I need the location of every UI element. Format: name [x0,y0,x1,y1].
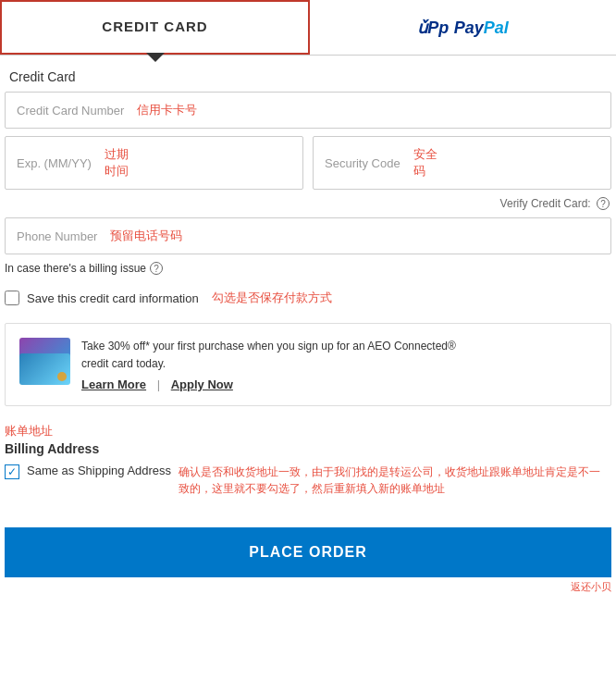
order-note-cn: 返还小贝 [5,580,611,594]
promo-card-2 [19,353,70,385]
expiry-input[interactable] [136,156,291,170]
tab-arrow [146,53,165,62]
phone-hint-cn: 预留电话号码 [110,228,182,244]
save-card-row: Save this credit card information 勾选是否保存… [5,284,611,312]
verify-label: Verify Credit Card: [500,197,591,210]
phone-field: Phone Number 预留电话号码 [5,217,611,254]
tab-paypal[interactable]: ǔPp PayPal [310,0,616,55]
security-wrapper: Security Code 安全码 [313,136,611,190]
promo-description: Take 30% off* your first purchase when y… [81,338,456,373]
learn-more-link[interactable]: Learn More [81,377,146,391]
phone-input[interactable] [182,229,599,243]
verify-row: Verify Credit Card: ? [5,197,611,210]
billing-title-cn: 账单地址 [5,423,611,439]
promo-cards-image [19,338,70,385]
card-number-wrapper: Credit Card Number 信用卡卡号 [5,92,611,129]
same-shipping-checkbox[interactable]: ✓ [5,464,19,479]
tab-credit-label: CREDIT CARD [102,19,207,34]
expiry-label: Exp. (MM/YY) [17,156,92,170]
tab-credit-card[interactable]: CREDIT CARD [0,0,310,55]
expiry-hint-cn: 过期时间 [105,146,136,179]
place-order-button[interactable]: PLACE ORDER [5,527,611,577]
expiry-field: Exp. (MM/YY) 过期时间 [5,136,303,190]
save-card-hint-cn: 勾选是否保存付款方式 [212,290,332,306]
security-field: Security Code 安全码 [313,136,611,190]
paypal-logo: ǔPp PayPal [319,17,607,38]
billing-issue-help-icon[interactable]: ? [150,262,163,275]
promo-links: Learn More | Apply Now [81,377,456,391]
section-title: Credit Card [5,69,611,84]
card-number-label: Credit Card Number [17,104,124,118]
main-content: Credit Card Credit Card Number 信用卡卡号 Exp… [0,69,616,594]
security-input[interactable] [444,156,599,170]
card-number-hint-cn: 信用卡卡号 [137,102,197,118]
promo-separator: | [157,377,160,391]
expiry-wrapper: Exp. (MM/YY) 过期时间 [5,136,303,190]
expiry-security-row: Exp. (MM/YY) 过期时间 Security Code 安全码 [5,136,611,190]
billing-note-cn: 确认是否和收货地址一致，由于我们找的是转运公司，收货地址跟账单地址肯定是不一致的… [179,464,611,497]
promo-content: Take 30% off* your first purchase when y… [81,338,456,391]
verify-help-icon[interactable]: ? [597,197,610,210]
save-card-label: Save this credit card information [27,291,199,305]
same-shipping-row: ✓ Same as Shipping Address 确认是否和收货地址一致，由… [5,464,611,497]
phone-wrapper: Phone Number 预留电话号码 [5,217,611,254]
save-card-checkbox[interactable] [5,291,19,305]
security-label: Security Code [325,156,400,170]
billing-section: 账单地址 Billing Address ✓ Same as Shipping … [5,423,611,509]
card-number-field: Credit Card Number 信用卡卡号 [5,92,611,129]
billing-title-en: Billing Address [5,441,611,456]
billing-issue-row: In case there's a billing issue ? [5,262,611,275]
security-hint-cn: 安全码 [413,146,444,179]
payment-tabs: CREDIT CARD ǔPp PayPal [0,0,616,56]
card-number-input[interactable] [197,104,599,118]
phone-label: Phone Number [17,229,97,243]
billing-issue-label: In case there's a billing issue [5,262,146,275]
promo-box: Take 30% off* your first purchase when y… [5,323,611,406]
apply-now-link[interactable]: Apply Now [171,377,233,391]
same-shipping-label: Same as Shipping Address [27,464,171,477]
